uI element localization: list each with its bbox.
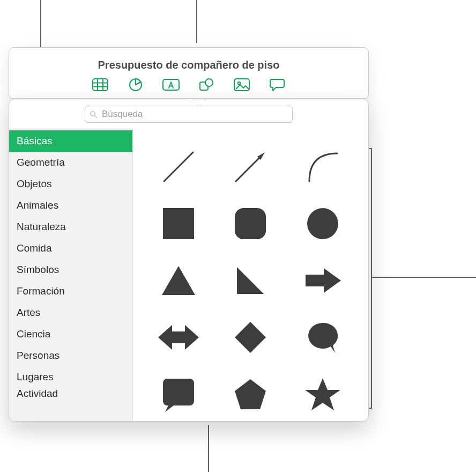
shape-pentagon[interactable] — [215, 366, 285, 422]
sidebar-item-label: Animales — [17, 200, 58, 211]
svg-line-7 — [136, 82, 141, 85]
square-callout-shape-icon — [161, 375, 196, 413]
svg-rect-19 — [235, 208, 266, 239]
pentagon-shape-icon — [233, 377, 268, 411]
toolbar — [9, 71, 368, 98]
svg-rect-18 — [163, 208, 194, 239]
shape-arrow-right[interactable] — [288, 253, 358, 308]
sidebar-item-geometria[interactable]: Geometría — [9, 152, 132, 173]
svg-rect-8 — [163, 79, 179, 90]
sidebar-item-artes[interactable]: Artes — [9, 302, 132, 323]
popover-caret — [193, 99, 205, 100]
sidebar-item-label: Geometría — [17, 157, 65, 168]
chart-icon — [129, 78, 143, 92]
svg-marker-22 — [237, 267, 264, 294]
callout-line — [371, 277, 476, 278]
shape-circle[interactable] — [288, 196, 358, 252]
sidebar-item-label: Objetos — [17, 178, 51, 190]
svg-line-14 — [94, 115, 96, 117]
sidebar-item-label: Artes — [17, 307, 40, 319]
shape-curve[interactable] — [288, 139, 358, 195]
search-icon — [90, 110, 98, 119]
sidebar-item-formacion[interactable]: Formación — [9, 281, 132, 302]
svg-line-16 — [236, 156, 262, 181]
sidebar-item-label: Lugares — [17, 371, 54, 383]
circle-shape-icon — [305, 206, 340, 241]
sidebar-item-label: Formación — [17, 285, 65, 297]
sidebar-item-label: Actividad — [17, 388, 58, 399]
table-icon — [92, 78, 108, 91]
sidebar-item-label: Comida — [17, 242, 51, 254]
star-shape-icon — [304, 376, 341, 412]
insert-chart-button[interactable] — [126, 77, 145, 93]
text-box-icon — [162, 78, 180, 91]
shape-speech-bubble[interactable] — [288, 309, 358, 365]
svg-point-10 — [205, 79, 213, 86]
svg-marker-27 — [305, 378, 340, 410]
shape-rounded-square[interactable] — [215, 196, 285, 252]
comment-icon — [270, 78, 285, 92]
svg-line-15 — [164, 152, 193, 181]
sidebar-item-objetos[interactable]: Objetos — [9, 173, 132, 195]
square-shape-icon — [161, 206, 196, 241]
sidebar-item-basicas[interactable]: Básicas — [9, 130, 132, 152]
insert-table-button[interactable] — [91, 77, 110, 93]
shape-arrow-bidir[interactable] — [144, 309, 213, 365]
svg-point-12 — [238, 82, 241, 85]
callout-line — [196, 0, 197, 43]
shapes-popover: Básicas Geometría Objetos Animales Natur… — [9, 99, 369, 422]
svg-marker-21 — [162, 266, 195, 295]
insert-comment-button[interactable] — [267, 77, 287, 93]
search-input[interactable] — [101, 108, 288, 120]
insert-media-button[interactable] — [232, 77, 251, 93]
svg-marker-25 — [235, 322, 266, 353]
shape-diamond[interactable] — [215, 309, 285, 365]
sidebar-item-comida[interactable]: Comida — [9, 238, 132, 259]
triangle-shape-icon — [160, 264, 197, 297]
rounded-square-shape-icon — [233, 206, 268, 241]
sidebar-item-actividad[interactable]: Actividad — [9, 388, 132, 399]
media-icon — [234, 78, 250, 91]
sidebar-item-animales[interactable]: Animales — [9, 195, 132, 216]
shape-star[interactable] — [288, 366, 358, 422]
sidebar-item-label: Naturaleza — [17, 221, 66, 233]
window-title: Presupuesto de compañero de piso — [9, 48, 368, 71]
right-triangle-shape-icon — [234, 264, 267, 297]
arrow-bidirectional-shape-icon — [156, 322, 201, 353]
shape-line[interactable] — [144, 139, 213, 195]
shape-square[interactable] — [144, 196, 213, 252]
svg-marker-26 — [235, 379, 266, 409]
svg-marker-24 — [158, 325, 199, 350]
sidebar-item-ciencia[interactable]: Ciencia — [9, 323, 132, 345]
shape-icon — [199, 78, 214, 92]
svg-point-20 — [307, 208, 338, 239]
shape-square-callout[interactable] — [144, 366, 213, 422]
document-window: Presupuesto de compañero de piso — [9, 47, 369, 99]
svg-marker-23 — [306, 268, 341, 293]
search-field[interactable] — [85, 106, 293, 123]
sidebar-item-simbolos[interactable]: Símbolos — [9, 259, 132, 281]
insert-shape-button[interactable] — [197, 77, 216, 93]
shapes-categories-sidebar: Básicas Geometría Objetos Animales Natur… — [9, 128, 133, 422]
shape-right-triangle[interactable] — [215, 253, 285, 308]
sidebar-item-label: Personas — [17, 350, 59, 362]
shape-arrow-line[interactable] — [215, 139, 285, 195]
speech-bubble-shape-icon — [305, 320, 340, 355]
diamond-shape-icon — [233, 320, 268, 355]
insert-text-button[interactable] — [161, 77, 181, 93]
shapes-grid-pane — [133, 128, 368, 422]
sidebar-item-label: Ciencia — [17, 328, 50, 340]
shape-triangle[interactable] — [144, 253, 213, 308]
sidebar-item-lugares[interactable]: Lugares — [9, 366, 132, 388]
line-shape-icon — [158, 146, 199, 188]
arrow-line-shape-icon — [229, 146, 271, 188]
sidebar-item-label: Básicas — [17, 135, 53, 147]
sidebar-item-personas[interactable]: Personas — [9, 345, 132, 366]
svg-rect-0 — [93, 79, 108, 91]
callout-line — [208, 425, 209, 472]
sidebar-item-label: Símbolos — [17, 264, 59, 276]
curve-shape-icon — [302, 146, 344, 188]
arrow-right-shape-icon — [302, 265, 343, 296]
sidebar-item-naturaleza[interactable]: Naturaleza — [9, 216, 132, 238]
